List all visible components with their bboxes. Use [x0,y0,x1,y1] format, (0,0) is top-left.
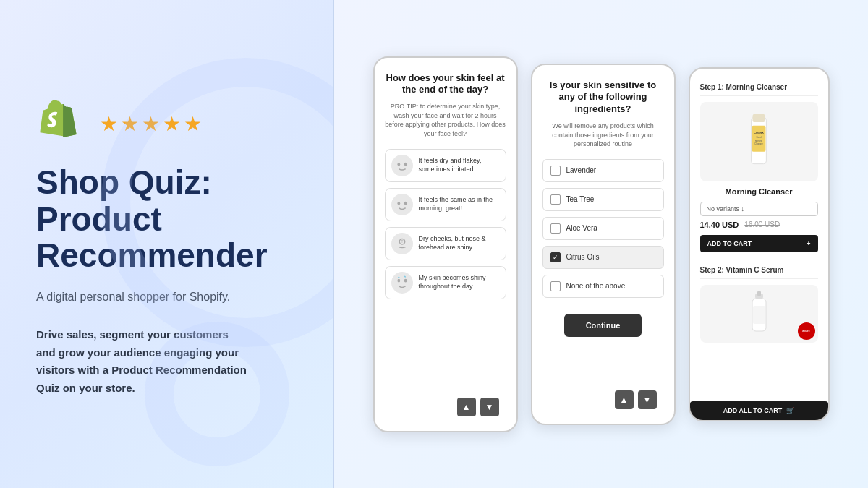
left-panel: ★ ★ ★ ★ ★ Shop Quiz: Product Recommender… [0,0,333,488]
product1-name: Morning Cleanser [700,187,818,196]
continue-button[interactable]: Continue [564,314,642,337]
svg-rect-22 [753,306,765,324]
svg-text:Morning: Morning [755,140,763,142]
q1-subtitle: PRO TIP: to determine your skin type, wa… [385,102,506,138]
option-icon-combo: T [391,233,413,254]
star-1: ★ [100,112,118,136]
svg-point-9 [392,273,411,292]
cart-icon: 🛒 [786,407,794,414]
svg-rect-13 [753,114,765,122]
nav-up-btn-1[interactable]: ▲ [457,398,476,416]
phone-result: Step 1: Morning Cleanser COSRX Good Morn… [689,67,830,421]
price-row: 14.40 USD 16.00 USD [700,221,818,229]
option-text-oily: My skin becomes shiny throughout the day [419,274,500,291]
svg-point-3 [392,195,411,214]
checkbox-none[interactable] [550,281,561,291]
option-icon-dry [391,155,413,176]
option-tea-tree[interactable]: Tea Tree [542,188,664,211]
svg-text:Good: Good [757,136,762,139]
label-lavender: Lavender [566,166,597,174]
variant-select[interactable]: No variants ↓ [700,202,818,216]
svg-rect-20 [757,291,761,296]
quiz-option-dry[interactable]: It feels dry and flakey, sometimes irrit… [385,149,506,182]
svg-point-0 [392,156,411,175]
svg-text:T: T [401,239,404,244]
phone-quiz-2: Is your skin sensitive to any of the fol… [531,64,676,425]
plus-icon: + [807,240,810,247]
option-aloe-vera[interactable]: Aloe Vera [542,217,664,240]
quiz-option-combo[interactable]: T Dry cheeks, but nose & forehead are sh… [385,227,506,260]
q2-title: Is your skin sensitive to any of the fol… [542,80,664,116]
quiz-option-normal[interactable]: It feels the same as in the morning, gre… [385,188,506,221]
checkbox-tea-tree[interactable] [550,194,561,205]
q2-subtitle: We will remove any products which contai… [542,121,664,149]
svg-point-4 [397,201,400,205]
price-new: 14.40 USD [700,221,739,229]
phone1-nav: ▲ ▼ [385,392,506,424]
checkbox-lavender[interactable] [550,166,561,176]
svg-text:Cleanser: Cleanser [754,142,762,145]
step1-label: Step 1: Morning Cleanser [700,83,818,96]
checkbox-citrus-oils[interactable]: ✓ [550,252,561,262]
shopify-logo-icon [36,98,88,150]
option-text-combo: Dry cheeks, but nose & forehead are shin… [419,235,500,252]
option-lavender[interactable]: Lavender [542,159,664,182]
svg-point-10 [397,279,400,283]
q1-title: How does your skin feel at the end of th… [385,72,506,97]
svg-point-11 [404,279,407,283]
step2-area: Step 2: Vitamin C Serum allure [700,260,818,343]
serum-bottle-icon [746,290,772,337]
checkbox-aloe-vera[interactable] [550,223,561,234]
label-aloe-vera: Aloe Vera [566,224,597,232]
right-panel: How does your skin feel at the end of th… [334,0,868,488]
product2-image: allure [700,285,818,343]
step2-label: Step 2: Vitamin C Serum [700,266,818,279]
allure-badge: allure [798,322,815,340]
svg-point-5 [404,201,407,205]
option-icon-oily [391,272,413,294]
label-citrus-oils: Citrus Oils [566,253,600,261]
label-none: None of the above [566,282,626,290]
phone2-nav: ▲ ▼ [542,385,664,416]
cosrx-tube-icon: COSRX Good Morning Cleanser [741,111,777,172]
option-icon-normal [391,194,413,215]
nav-down-btn-2[interactable]: ▼ [638,390,657,409]
phone-quiz-1: How does your skin feel at the end of th… [373,56,518,432]
option-none[interactable]: None of the above [542,275,664,298]
nav-down-btn-1[interactable]: ▼ [480,398,499,416]
svg-text:COSRX: COSRX [754,132,764,134]
nav-up-btn-2[interactable]: ▲ [615,390,634,409]
svg-point-1 [397,162,400,166]
quiz-option-oily[interactable]: My skin becomes shiny throughout the day [385,266,506,299]
product1-image: COSRX Good Morning Cleanser [700,102,818,181]
svg-point-2 [404,162,407,166]
label-tea-tree: Tea Tree [566,195,595,203]
add-to-cart-button[interactable]: ADD TO CART + [700,235,818,252]
option-text-dry: It feels dry and flakey, sometimes irrit… [419,157,500,174]
bg-decoration-circle-2 [145,322,289,466]
option-text-normal: It feels the same as in the morning, gre… [419,196,500,213]
price-old: 16.00 USD [744,221,780,228]
add-all-to-cart-button[interactable]: ADD ALL TO CART 🛒 [690,401,828,420]
option-citrus-oils[interactable]: ✓ Citrus Oils [542,246,664,269]
